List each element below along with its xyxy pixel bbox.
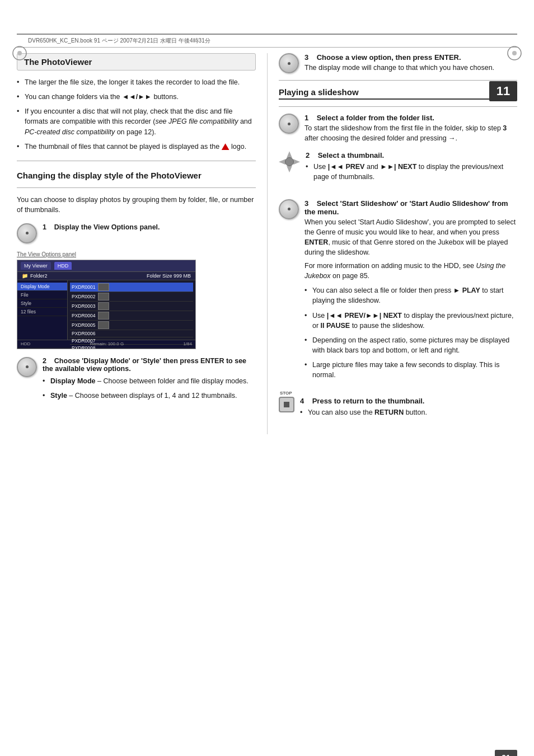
- step2-bullet-style: Style – Choose between displays of 1, 4 …: [43, 391, 256, 401]
- right-step3-bullet-3: Depending on the aspect ratio, some pict…: [305, 335, 517, 355]
- dpad-down: [287, 166, 292, 172]
- step3-left-icon-dot: [288, 62, 291, 65]
- right-step3-icon: [279, 199, 299, 219]
- file-row-4: PXDR0004: [70, 311, 193, 321]
- right-step3-description: When you select 'Start Audio Slideshow',…: [305, 217, 517, 258]
- right-step3-bullet-2: Use |◄◄ PREV/►►| NEXT to display the pre…: [305, 311, 517, 331]
- panel-folder-name: Folder2: [30, 273, 48, 279]
- file-row-5: PXDR0005: [70, 321, 193, 330]
- page-number-box: 91: [495, 750, 517, 756]
- page-number-area: 91 En: [495, 750, 517, 756]
- right-step1-icon: [279, 114, 299, 134]
- svg-point-1: [17, 51, 22, 55]
- step2-icon: [17, 357, 37, 377]
- playing-slideshow-title: Playing a slideshow: [279, 87, 517, 100]
- left-column: The PhotoViewer The larger the file size…: [17, 53, 267, 434]
- right-step2-bullets: Use |◄◄ PREV and ►►| NEXT to display the…: [306, 162, 517, 182]
- subsection-intro: You can choose to display photos by grou…: [17, 195, 256, 215]
- right-step4-content: 4 Press to return to the thumbnail. You …: [300, 397, 517, 426]
- right-step1-dot: [288, 123, 291, 125]
- corner-tr-decoration: [506, 45, 523, 62]
- right-step3-content: 3 Select 'Start Slideshow' or 'Start Aud…: [305, 199, 517, 389]
- file-name-6: PXDR0006: [72, 331, 96, 336]
- right-step4-bullets: You can also use the RETURN button.: [300, 407, 517, 417]
- right-step3-bullets: You can also select a file or folder the…: [305, 285, 517, 380]
- dpad-right: [293, 159, 300, 165]
- right-step4-title: 4 Press to return to the thumbnail.: [300, 397, 517, 405]
- file-name-5: PXDR0005: [72, 322, 96, 328]
- page: DVR650HK_KC_EN.book 91 ページ 2007年2月21日 水曜…: [0, 34, 534, 756]
- stop-square: [284, 402, 289, 407]
- bullet-item-1: The larger the file size, the longer it …: [17, 77, 256, 87]
- right-step4-icon-wrapper: STOP: [279, 397, 294, 412]
- main-content: The PhotoViewer The larger the file size…: [17, 48, 517, 434]
- dpad-center: [285, 157, 294, 166]
- right-step3-item: 3 Select 'Start Slideshow' or 'Start Aud…: [279, 199, 517, 389]
- file-row-7: PXDR0007: [70, 337, 193, 345]
- sidebar-item-file: File: [17, 291, 67, 299]
- right-divider-1: [279, 80, 517, 81]
- file-thumb-1: [98, 283, 109, 291]
- panel-sidebar: Display Mode File Style 12 files: [17, 280, 68, 340]
- file-name-4: PXDR0004: [72, 313, 96, 318]
- right-step3-bullet-4: Large picture files may take a few secon…: [305, 360, 517, 380]
- panel-footer-page: 1/84: [183, 341, 192, 346]
- header-text: DVR650HK_KC_EN.book 91 ページ 2007年2月21日 水曜…: [28, 37, 210, 45]
- left-divider-1: [17, 161, 256, 161]
- right-step1-title: 1 Select a folder from the folder list.: [305, 114, 517, 122]
- step3-left-icon: [279, 53, 299, 73]
- right-divider-2: [279, 106, 517, 107]
- step2-content: 2 Choose 'Display Mode' or 'Style' then …: [43, 357, 256, 410]
- file-name-3: PXDR0003: [72, 303, 96, 309]
- file-thumb-2: [98, 293, 109, 300]
- right-step3-dot: [288, 208, 291, 210]
- panel-label-text: The View Options panel: [17, 251, 76, 257]
- step2-icon-dot: [26, 365, 29, 368]
- chapter-number: 11: [489, 81, 517, 101]
- right-step2-bullet-1: Use |◄◄ PREV and ►►| NEXT to display the…: [306, 162, 517, 182]
- panel-top-bar: My Viewer HDD: [17, 260, 195, 272]
- panel-screenshot: My Viewer HDD 📁 Folder2 Folder Size 999 …: [17, 260, 196, 349]
- right-step2-content: 2 Select a thumbnail. Use |◄◄ PREV and ►…: [306, 151, 517, 191]
- right-column: 3 Choose a view option, then press ENTER…: [267, 53, 517, 434]
- panel-folder-icon: 📁: [22, 273, 28, 279]
- panel-tab-hdd: HDD: [54, 262, 72, 270]
- step-2-item: 2 Choose 'Display Mode' or 'Style' then …: [17, 357, 256, 410]
- panel-folder-size: Folder Size 999 MB: [147, 273, 191, 279]
- sidebar-item-12files: 12 files: [17, 308, 67, 316]
- right-step1-content: 1 Select a folder from the folder list. …: [305, 114, 517, 143]
- right-step1-description: To start the slideshow from the first fi…: [305, 123, 517, 143]
- panel-footer-remain: Remain: 100.0 G: [90, 341, 124, 346]
- section-title-text: The PhotoViewer: [24, 57, 92, 67]
- panel-body: Display Mode File Style 12 files PXDR000…: [17, 280, 195, 340]
- file-thumb-4: [98, 312, 109, 320]
- file-row-6: PXDR0006: [70, 330, 193, 337]
- right-step3-title: 3 Select 'Start Slideshow' or 'Start Aud…: [305, 199, 517, 216]
- panel-tab-myviewer: My Viewer: [21, 262, 51, 270]
- step1-content: 1 Display the View Options panel.: [43, 223, 256, 231]
- file-thumb-3: [98, 302, 109, 310]
- file-row-1: PXDR0001: [70, 283, 193, 292]
- step3-left-title: 3 Choose a view option, then press ENTER…: [305, 53, 517, 62]
- right-step3-extra: For more information on adding music to …: [305, 261, 517, 281]
- step2-bullets: Display Mode – Choose between folder and…: [43, 376, 256, 401]
- file-row-3: PXDR0003: [70, 302, 193, 311]
- sidebar-item-style: Style: [17, 299, 67, 308]
- left-divider-2: [17, 187, 256, 188]
- step1-icon: [17, 223, 37, 243]
- panel-label: The View Options panel: [17, 251, 256, 257]
- right-step2-icon: [279, 151, 300, 172]
- step2-bullet-display-mode: Display Mode – Choose between folder and…: [43, 376, 256, 386]
- sidebar-item-display-mode: Display Mode: [17, 283, 67, 291]
- file-name-2: PXDR0002: [72, 294, 96, 299]
- subsection-heading: Changing the display style of the PhotoV…: [17, 170, 256, 181]
- file-row-8: PXDR0008: [70, 345, 193, 349]
- step3-left-item: 3 Choose a view option, then press ENTER…: [279, 53, 517, 73]
- bullet-item-3: If you encounter a disc that will not pl…: [17, 106, 256, 137]
- file-name-1: PXDR0001: [72, 284, 96, 290]
- step3-left-description: The display mode will change to that whi…: [305, 63, 517, 73]
- warning-triangle-icon: [222, 143, 229, 150]
- panel-footer-hdd: HDD: [21, 341, 30, 346]
- stop-button-icon: [279, 397, 294, 412]
- right-step2-title: 2 Select a thumbnail.: [306, 151, 517, 159]
